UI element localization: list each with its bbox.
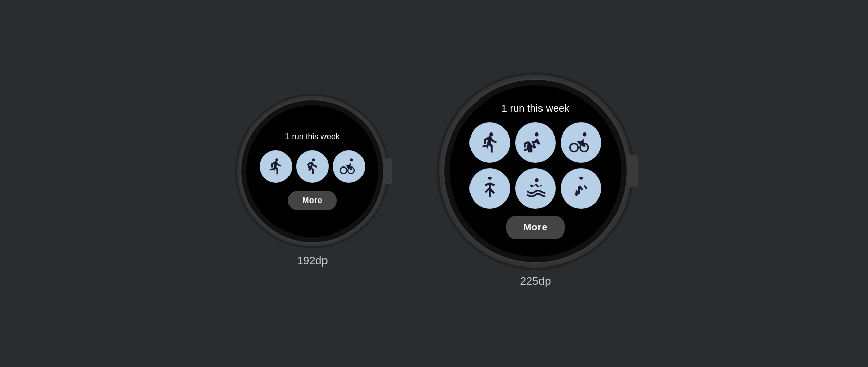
swim-icon-lg	[524, 177, 547, 200]
activity-icon-swim-large[interactable]	[515, 168, 556, 209]
watch-crown-small	[384, 158, 392, 184]
hike-icon-lg	[524, 131, 547, 154]
hike-icon	[303, 157, 321, 176]
more-button-large[interactable]: More	[506, 216, 564, 239]
watch-body-small: 1 run this week	[241, 100, 383, 242]
activity-icon-run-small[interactable]	[260, 150, 292, 183]
watch-title-small: 1 run this week	[285, 132, 340, 141]
activity-icon-bike-large[interactable]	[561, 122, 601, 163]
activity-icon-taichi-large[interactable]	[469, 168, 510, 209]
run-icon-lg	[478, 131, 501, 154]
activity-icon-hike-small[interactable]	[296, 150, 329, 183]
watch-body-large: 1 run this week	[444, 80, 627, 262]
more-button-small[interactable]: More	[288, 191, 337, 210]
martialarts-icon-lg	[569, 177, 593, 200]
watch-size-label-small: 192dp	[297, 254, 328, 268]
activity-icon-hike-large[interactable]	[515, 122, 556, 163]
activity-grid-large	[469, 122, 601, 209]
bike-icon	[340, 157, 358, 176]
watch-face-large: 1 run this week	[450, 85, 621, 257]
bike-icon-lg	[569, 131, 593, 154]
watch-face-small: 1 run this week	[246, 105, 378, 237]
taichi-icon-lg	[478, 177, 501, 200]
watch-192dp: 1 run this week	[241, 100, 383, 268]
watch-size-label-large: 225dp	[520, 275, 551, 288]
watch-225dp: 1 run this week	[444, 80, 627, 288]
activity-icon-run-large[interactable]	[469, 122, 510, 163]
activity-icon-martialarts-large[interactable]	[561, 168, 601, 209]
watch-crown-large	[628, 155, 638, 187]
watch-title-large: 1 run this week	[501, 103, 570, 114]
run-icon	[267, 157, 285, 176]
activity-grid-small	[260, 150, 365, 183]
activity-icon-bike-small[interactable]	[333, 150, 365, 183]
